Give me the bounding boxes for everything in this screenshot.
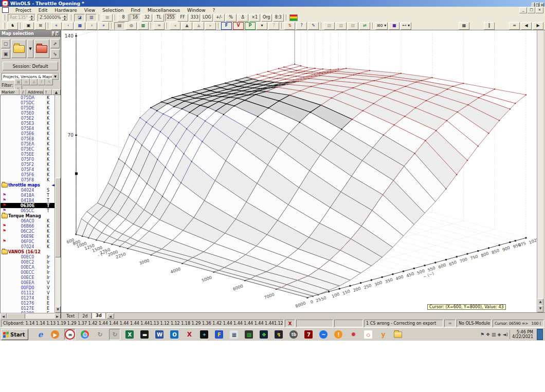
checksum-up-icon[interactable]: ▲ [181,22,192,30]
winols-icon[interactable]: ∞ [64,329,76,340]
first-map-icon[interactable]: « [51,22,62,30]
filter-button-2[interactable]: ≋ [22,79,30,85]
map-vscrollbar[interactable]: ▲ ▼ [537,30,543,312]
shield-icon[interactable]: ! [333,329,344,340]
new-window-icon[interactable]: ▣ [23,22,34,30]
map-row[interactable]: 06E9EK [1,234,55,239]
scroll-thumb[interactable] [55,178,61,257]
map-row[interactable]: 075EEK [1,152,55,157]
map-tool-icon[interactable]: ▨ [243,329,255,340]
hexdump-window-icon[interactable]: ▩ [138,22,149,30]
list-mode-icon[interactable]: ⊞o ▾ [375,22,388,30]
display-delta-icon[interactable]: Δ [238,14,248,22]
map-row[interactable]: 075ECK [1,146,55,152]
tray-icon-4[interactable]: ◈ [498,332,501,337]
context-help-icon[interactable]: ? [268,22,279,30]
selection-color-icon[interactable]: ■ [389,22,399,30]
map-row[interactable]: ⚑06F0CK [1,239,55,244]
view-3d-toggle-icon[interactable]: ◪ [74,14,85,22]
scroll-up-icon[interactable]: ▲ [537,298,543,306]
eprom-chip-icon[interactable]: ▬ [139,329,150,340]
sort-arrow-icon[interactable]: ▲ [52,89,61,95]
start-button[interactable]: Start [1,329,28,340]
sync-icon-2[interactable]: ↻ [109,329,120,340]
map-row[interactable]: ⚑06B66K [1,223,55,229]
map-row[interactable]: 00EC0Ir [1,254,55,259]
map-row[interactable]: 01276E [1,301,55,306]
map-row[interactable]: 075DCK [1,100,55,105]
prev-difference-icon[interactable]: ◂ [170,22,180,30]
edit-map-icon[interactable]: ▧ [336,22,347,30]
map-grid-icon[interactable]: ▦ [75,22,85,30]
map-row[interactable]: 075DEK [1,105,55,110]
display-sign-icon[interactable]: +/- [214,14,225,22]
app-x-icon[interactable]: X [184,329,195,340]
thunderbird-icon[interactable]: ~ [318,329,329,340]
map-row[interactable]: 01280E [1,311,55,313]
cube-green-icon[interactable]: ❖ [258,329,269,340]
map-list-vscrollbar[interactable]: ▼ [55,95,61,313]
map-folder-row[interactable]: throttle maps◄ [1,182,55,188]
prev-map-icon[interactable]: ‹ [63,22,74,30]
map-row[interactable]: 075E2K [1,116,55,121]
panel-pin-icon[interactable]: ▫ [52,31,55,36]
menu-hardware[interactable]: Hardware [51,8,80,13]
show-factory-icon[interactable]: F [221,22,232,30]
commander-icon[interactable]: F [213,329,225,340]
excel-icon[interactable]: X [124,329,135,340]
mdi-minimize-icon[interactable]: _ [519,7,527,13]
map-row[interactable]: 07024K [1,244,55,249]
map-row[interactable]: 01112V [1,290,55,295]
column-sort-slash[interactable]: / [20,89,26,95]
console-icon[interactable]: ✦ [198,329,210,340]
scroll-down-icon[interactable]: ▼ [55,306,61,313]
zoom-field[interactable]: Z:50000%▲▼ [38,14,68,22]
menu-window[interactable]: Window [184,8,209,13]
map-row[interactable]: 00EC2Ir [1,259,55,265]
outlook-icon[interactable]: O [169,329,180,340]
map-folder-row[interactable]: VANOS (16/12 [1,249,55,254]
prev-window-icon[interactable]: ◀ [521,22,532,30]
map-selection-toggle-icon[interactable]: ▤ [114,22,125,30]
map-row[interactable]: 075F6K [1,172,55,177]
map-row[interactable]: 075F0K [1,157,55,162]
map-row[interactable]: 06AC0K [1,218,55,223]
map-row[interactable]: 075F2K [1,162,55,167]
map-row[interactable]: 00ECAIr [1,265,55,270]
view-table-toggle-icon[interactable]: ▥ [86,14,97,22]
display-decimal-icon[interactable]: 255 [165,14,176,22]
open-project-dropdown[interactable]: ▼ [27,40,33,58]
display-hex-icon[interactable]: FF [177,14,188,22]
map-row[interactable]: ⚑065CCT [1,208,55,213]
cascade-windows-icon[interactable]: ≡ [509,22,520,30]
map-row[interactable]: 075E3K [1,121,55,126]
window-overview-icon[interactable]: ⊞ [35,22,46,30]
word-icon[interactable]: W [154,329,165,340]
next-difference-icon[interactable]: ▸ [205,22,216,30]
thunderbird-old-icon[interactable]: tb [288,329,299,340]
display-percent-icon[interactable]: % [226,14,237,22]
tray-icon-2[interactable]: ❖ [486,332,490,337]
map-row[interactable]: 075E6K [1,131,55,136]
axis-assign-icon[interactable]: ⊷ ▾ [401,22,411,30]
add-version-button[interactable]: ⇘ [50,49,60,59]
preview-window-icon[interactable]: ◎ [126,22,137,30]
next-window-icon[interactable]: ▶ [533,22,543,30]
precision-8bit-icon[interactable]: 8 [118,14,129,22]
map-row[interactable]: ⚑041B4T [1,198,55,203]
filter-button-1[interactable]: ▦ [14,79,22,85]
last-map-icon[interactable]: » [98,22,109,30]
filter-button-4[interactable]: Γ [38,79,45,85]
tray-icon-3[interactable]: ▥ [492,332,496,337]
next-map-icon[interactable]: › [86,22,97,30]
map-folder-row[interactable]: Torque Manag [1,213,55,218]
display-ratio-icon[interactable]: 8:3 [273,14,284,22]
mdi-restore-icon[interactable]: □ [528,7,535,13]
menu-miscellaneous[interactable]: Miscellaneous [144,8,184,13]
tile-windows-icon[interactable]: ▦ [459,22,469,30]
map-row[interactable]: 075F8K [1,177,55,182]
map-row[interactable]: ⚑0418AT [1,193,55,198]
map-row[interactable]: 0127EE [1,306,55,311]
map-row[interactable]: 04024S [1,188,55,193]
save-map-button[interactable]: ▣ [1,49,10,59]
